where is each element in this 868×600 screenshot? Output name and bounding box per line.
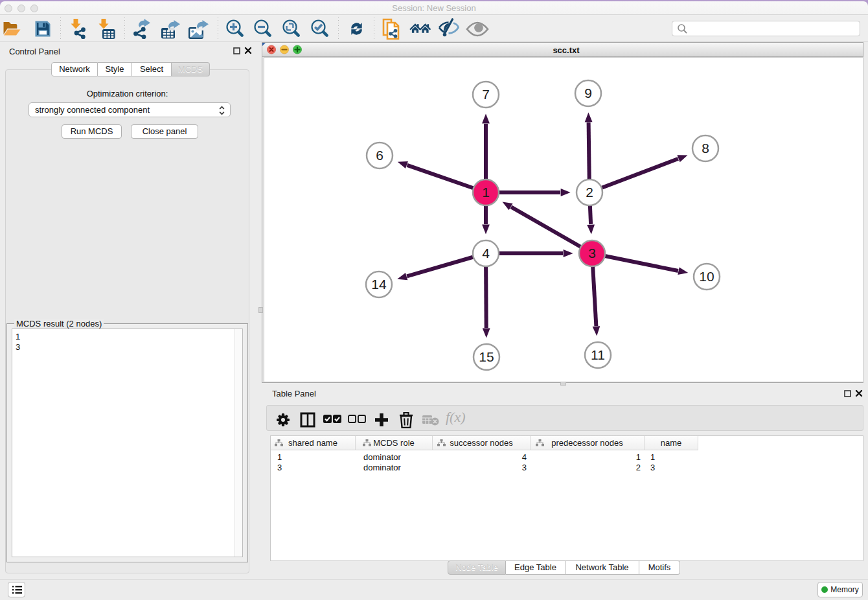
svg-text:1: 1 xyxy=(482,185,490,200)
svg-text:7: 7 xyxy=(482,87,490,102)
svg-text:11: 11 xyxy=(591,347,605,362)
svg-text:14: 14 xyxy=(371,277,387,292)
svg-text:6: 6 xyxy=(376,148,383,163)
svg-text:4: 4 xyxy=(482,246,490,260)
svg-text:10: 10 xyxy=(699,269,714,284)
svg-text:9: 9 xyxy=(584,86,592,100)
svg-text:15: 15 xyxy=(479,349,494,364)
svg-text:8: 8 xyxy=(702,141,709,156)
svg-text:2: 2 xyxy=(586,185,593,200)
svg-text:3: 3 xyxy=(588,246,596,260)
